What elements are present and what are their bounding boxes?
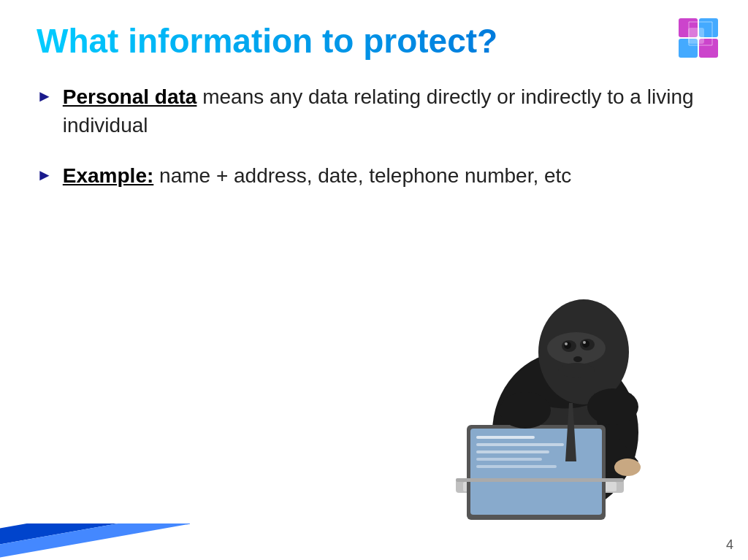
svg-rect-28 — [456, 478, 624, 482]
slide-title: What information to protect? — [37, 22, 711, 61]
svg-rect-24 — [476, 443, 564, 446]
svg-rect-26 — [476, 458, 542, 461]
svg-point-16 — [558, 363, 595, 377]
hacker-illustration — [412, 286, 719, 520]
bottom-decoration — [0, 516, 205, 560]
svg-point-30 — [587, 388, 638, 425]
page-number: 4 — [726, 537, 733, 553]
slide: What information to protect? ► Personal … — [0, 0, 748, 560]
svg-point-13 — [565, 342, 568, 345]
bullet1-bold: Personal data — [63, 85, 197, 108]
svg-point-11 — [564, 342, 571, 349]
svg-point-15 — [573, 356, 582, 362]
svg-rect-25 — [476, 450, 549, 453]
svg-rect-22 — [470, 429, 602, 515]
bullet-item-1: ► Personal data means any data relating … — [37, 83, 711, 139]
bullet-arrow-1: ► — [37, 85, 53, 108]
bullet-arrow-2: ► — [37, 164, 53, 187]
bullet-item-2: ► Example: name + address, date, telepho… — [37, 161, 711, 190]
hacker-image — [412, 286, 719, 520]
svg-rect-23 — [476, 436, 535, 439]
bullet-text-2: Example: name + address, date, telephone… — [63, 161, 711, 190]
bullet-text-1: Personal data means any data relating di… — [63, 83, 711, 139]
svg-point-18 — [614, 459, 641, 476]
logo — [675, 15, 726, 66]
bullet2-bold: Example: — [63, 164, 154, 187]
bullet2-rest: name + address, date, telephone number, … — [153, 164, 571, 187]
svg-point-29 — [500, 392, 551, 429]
svg-rect-27 — [476, 465, 557, 468]
svg-point-12 — [582, 340, 589, 348]
svg-rect-4 — [688, 28, 704, 44]
svg-point-14 — [583, 341, 586, 344]
cube-logo-icon — [675, 15, 726, 66]
